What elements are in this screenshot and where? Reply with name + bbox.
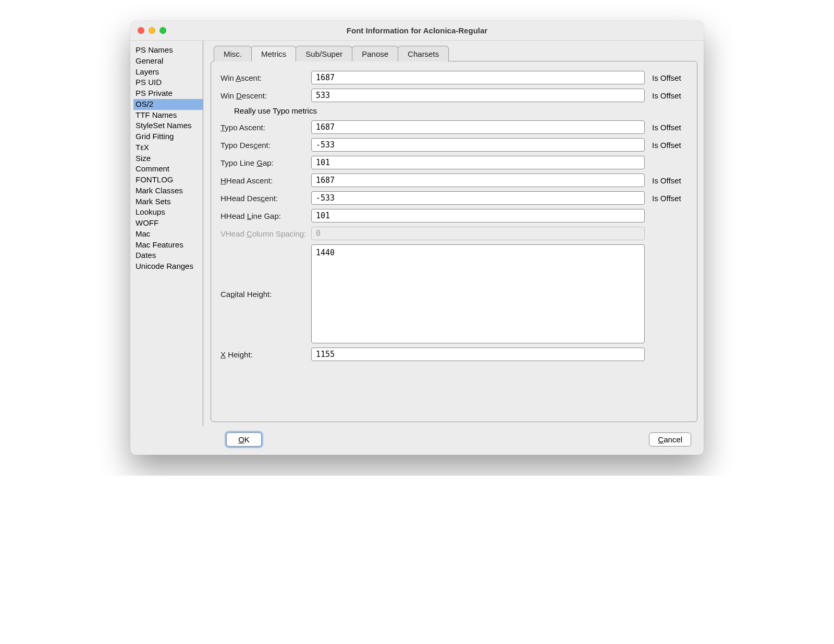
typo-linegap-row: Typo Line Gap: [220,156,688,169]
sidebar-item-ps-private[interactable]: PS Private [133,88,203,99]
win-descent-input[interactable] [311,89,645,102]
sidebar-item-fontlog[interactable]: FONTLOG [133,175,203,185]
close-icon[interactable] [138,27,144,34]
zoom-icon[interactable] [160,27,166,34]
x-height-row: X Height: [220,348,688,361]
sidebar-item-comment[interactable]: Comment [133,164,203,175]
typo-descent-input[interactable] [311,138,645,152]
sidebar-item-layers[interactable]: Layers [133,67,203,78]
win-ascent-row: Win Ascent: Is Offset [220,71,688,84]
hhead-linegap-input[interactable] [311,209,645,222]
sidebar-item-ttf-names[interactable]: TTF Names [133,110,203,121]
x-height-label: X Height: [220,350,308,359]
category-sidebar: PS NamesGeneralLayersPS UIDPS PrivateOS/… [130,41,203,426]
vhead-colspacing-row: VHead Column Spacing: [220,227,688,240]
x-height-input[interactable] [311,348,645,361]
sidebar-item-dates[interactable]: Dates [133,250,203,261]
tab-misc-[interactable]: Misc. [214,46,252,61]
tab-charsets[interactable]: Charsets [398,46,449,61]
win-ascent-offset-label[interactable]: Is Offset [648,73,688,82]
hhead-descent-input[interactable] [311,191,645,205]
capital-height-label: Capital Height: [220,290,308,299]
hhead-descent-label: HHead Descent: [220,194,308,203]
sidebar-item-woff[interactable]: WOFF [133,218,203,229]
sidebar-item-general[interactable]: General [133,56,203,67]
hhead-linegap-row: HHead Line Gap: [220,209,688,222]
metrics-panel: Win Ascent: Is Offset Win Descent: Is Of… [211,61,697,422]
typo-ascent-row: Typo Ascent: Is Offset [220,120,688,134]
sidebar-item-ps-names[interactable]: PS Names [133,45,203,56]
sidebar-item-mark-classes[interactable]: Mark Classes [133,185,203,196]
typo-descent-label: Typo Descent: [220,141,308,150]
hhead-ascent-input[interactable] [311,174,645,187]
hhead-ascent-label: HHead Ascent: [220,176,308,185]
hhead-descent-row: HHead Descent: Is Offset [220,191,688,205]
typo-ascent-input[interactable] [311,120,645,134]
typo-linegap-input[interactable] [311,156,645,169]
sidebar-item-mac-features[interactable]: Mac Features [133,240,203,251]
ok-button[interactable]: OK [226,432,262,447]
window-controls [138,27,166,34]
typo-descent-offset-label[interactable]: Is Offset [648,141,688,150]
vhead-colspacing-label: VHead Column Spacing: [220,229,308,238]
sidebar-item-os-2[interactable]: OS/2 [133,99,203,110]
really-use-typo-label[interactable]: Really use Typo metrics [220,106,688,115]
sidebar-item-mark-sets[interactable]: Mark Sets [133,196,203,207]
typo-ascent-label: Typo Ascent: [220,123,308,132]
typo-ascent-offset-label[interactable]: Is Offset [648,123,688,132]
capital-height-row: Capital Height: [220,244,688,343]
sidebar-item-ps-uid[interactable]: PS UID [133,77,203,88]
sidebar-item-mac[interactable]: Mac [133,229,203,240]
tab-row: Misc.MetricsSub/SuperPanoseCharsets [214,46,697,61]
sidebar-item-unicode-ranges[interactable]: Unicode Ranges [133,261,203,272]
window-title: Font Information for Aclonica-Regular [137,26,697,35]
tab-panose[interactable]: Panose [352,46,398,61]
dialog-footer: OK Cancel [130,426,704,455]
minimize-icon[interactable] [149,27,155,34]
hhead-linegap-label: HHead Line Gap: [220,212,308,220]
sidebar-item-lookups[interactable]: Lookups [133,207,203,218]
tab-metrics[interactable]: Metrics [251,46,296,61]
win-ascent-label: Win Ascent: [220,73,308,82]
win-ascent-input[interactable] [311,71,645,84]
typo-linegap-label: Typo Line Gap: [220,158,308,167]
hhead-ascent-offset-label[interactable]: Is Offset [648,176,688,185]
sidebar-item-grid-fitting[interactable]: Grid Fitting [133,131,203,142]
titlebar: Font Information for Aclonica-Regular [130,21,704,41]
sidebar-item-styleset-names[interactable]: StyleSet Names [133,120,203,131]
cancel-button[interactable]: Cancel [649,432,691,447]
tab-sub-super[interactable]: Sub/Super [296,46,352,61]
capital-height-input[interactable] [311,244,645,343]
font-info-window: Font Information for Aclonica-Regular PS… [130,21,704,455]
vhead-colspacing-input [311,227,645,240]
hhead-descent-offset-label[interactable]: Is Offset [648,194,688,203]
typo-descent-row: Typo Descent: Is Offset [220,138,688,152]
win-descent-row: Win Descent: Is Offset [220,89,688,102]
hhead-ascent-row: HHead Ascent: Is Offset [220,174,688,187]
sidebar-item-t-x[interactable]: TεX [133,142,203,153]
sidebar-item-size[interactable]: Size [133,153,203,164]
win-descent-label: Win Descent: [220,91,308,100]
win-descent-offset-label[interactable]: Is Offset [648,91,688,100]
